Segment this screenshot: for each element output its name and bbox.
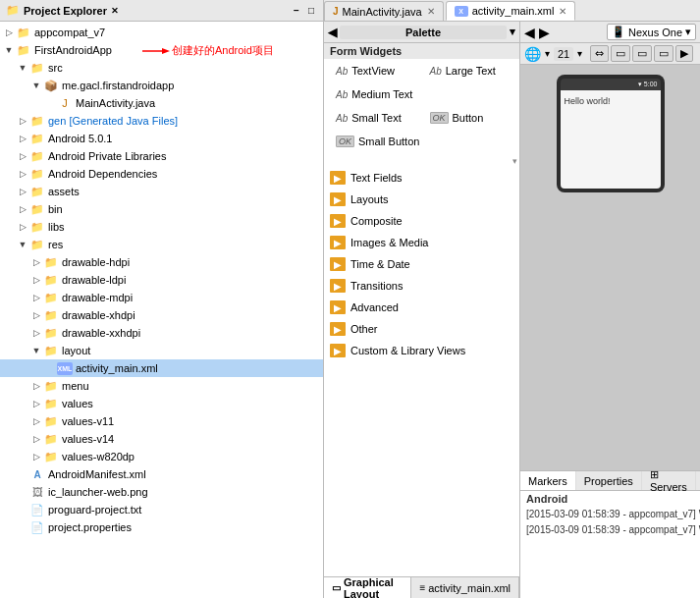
palette-dropdown-icon[interactable]: ▾ xyxy=(510,26,515,38)
palette-bottom-tab-xml[interactable]: ≡ activity_main.xml xyxy=(411,577,519,598)
tree-arrow-assets: ▷ xyxy=(16,187,29,196)
project-explorer-title: Project Explorer xyxy=(24,5,107,17)
tab-close-xml[interactable]: ✕ xyxy=(559,6,566,17)
bottom-tab-servers[interactable]: ⊞ Servers xyxy=(642,471,696,490)
tree-item-libs[interactable]: ▷ 📁 libs xyxy=(0,218,323,236)
folder-icon-libs: 📁 xyxy=(29,219,45,235)
tree-item-assets[interactable]: ▷ 📁 assets xyxy=(0,183,323,200)
version-dropdown[interactable]: ▾ xyxy=(577,48,582,59)
tree-item-bin[interactable]: ▷ 📁 bin xyxy=(0,200,323,218)
tree-item-package[interactable]: ▼ 📦 me.gacl.firstandroidapp xyxy=(0,77,323,94)
folder-icon-gen: 📁 xyxy=(29,113,45,129)
tab-mainactivity-java[interactable]: J MainActivity.java ✕ xyxy=(324,1,444,21)
palette-group-transitions[interactable]: ▶ Transitions xyxy=(324,275,519,297)
minimize-icon[interactable]: − xyxy=(291,4,302,17)
tree-item-drawable-hdpi[interactable]: ▷ 📁 drawable-hdpi xyxy=(0,253,323,271)
palette-item-button[interactable]: OK Button xyxy=(422,108,516,128)
tree-item-proguard[interactable]: 📄 proguard-project.txt xyxy=(0,501,323,518)
palette-item-textview[interactable]: Ab TextView xyxy=(328,61,422,81)
tree-item-appcompat[interactable]: ▷ 📁 appcompat_v7 xyxy=(0,24,323,41)
tree-item-mainactivity[interactable]: J MainActivity.java xyxy=(0,94,323,112)
tree-item-layout[interactable]: ▼ 📁 layout xyxy=(0,342,323,359)
tree-item-values-w820dp[interactable]: ▷ 📁 values-w820dp xyxy=(0,448,323,465)
tree-item-ic-launcher[interactable]: 🖼 ic_launcher-web.png xyxy=(0,483,323,501)
preview-back-btn[interactable]: ◀ xyxy=(524,25,535,40)
bottom-tab-datasource[interactable]: Data Source Explo... xyxy=(696,471,700,490)
layout-btn-landscape[interactable]: ▭ xyxy=(632,45,652,62)
tree-item-res[interactable]: ▼ 📁 res xyxy=(0,236,323,253)
phone-status-text: ▾ 5:00 xyxy=(638,81,658,88)
layout-btn-portrait[interactable]: ▭ xyxy=(611,45,630,62)
palette-group-custom[interactable]: ▶ Custom & Library Views xyxy=(324,340,519,361)
palette-group-advanced[interactable]: ▶ Advanced xyxy=(324,297,519,318)
folder-icon-bin: 📁 xyxy=(29,201,45,217)
tab-close-mainactivity[interactable]: ✕ xyxy=(427,6,435,17)
palette-item-mediumtext[interactable]: Ab Medium Text xyxy=(328,84,515,104)
preview-panel: ◀ ▶ 📱 Nexus One ▾ 🌐 ▾ 21 ▾ ⇔ xyxy=(520,22,700,598)
layout-btn-resize[interactable]: ⇔ xyxy=(590,45,609,62)
maximize-icon[interactable]: □ xyxy=(305,4,317,17)
palette-widget-row2: Ab Medium Text xyxy=(324,82,519,106)
tree-arrow-firstapp: ▼ xyxy=(2,45,16,55)
tree-item-project-props[interactable]: 📄 project.properties xyxy=(0,518,323,536)
tree-item-values-v11[interactable]: ▷ 📁 values-v11 xyxy=(0,412,323,430)
tree-item-menu[interactable]: ▷ 📁 menu xyxy=(0,377,323,395)
tree-item-values[interactable]: ▷ 📁 values xyxy=(0,395,323,412)
palette-group-composite[interactable]: ▶ Composite xyxy=(324,210,519,232)
palette-section-form-widgets-label: Form Widgets xyxy=(330,45,402,57)
tree-label-gen: gen [Generated Java Files] xyxy=(48,115,178,127)
folder-icon-values: 📁 xyxy=(43,396,59,411)
layout-btn-play[interactable]: ▶ xyxy=(675,45,693,62)
tree-label-ic-launcher: ic_launcher-web.png xyxy=(48,486,148,498)
tree-item-firstapp[interactable]: ▼ 📁 FirstAndroidApp xyxy=(0,41,323,59)
palette-group-images-media[interactable]: ▶ Images & Media xyxy=(324,232,519,253)
bottom-tab-markers[interactable]: Markers xyxy=(520,471,576,490)
palette-group-text-fields[interactable]: ▶ Text Fields xyxy=(324,167,519,189)
palette-group-time-date[interactable]: ▶ Time & Date xyxy=(324,253,519,275)
tree-item-android5[interactable]: ▷ 📁 Android 5.0.1 xyxy=(0,130,323,147)
palette-item-largetext[interactable]: Ab Large Text xyxy=(422,61,516,81)
preview-forward-btn[interactable]: ▶ xyxy=(539,25,550,40)
bottom-section-label: Android xyxy=(526,493,694,505)
tree-item-drawable-xxhdpi[interactable]: ▷ 📁 drawable-xxhdpi xyxy=(0,324,323,342)
tree-item-drawable-xhdpi[interactable]: ▷ 📁 drawable-xhdpi xyxy=(0,306,323,324)
tree-item-src[interactable]: ▼ 📁 src xyxy=(0,59,323,77)
folder-icon-hdpi: 📁 xyxy=(43,254,59,270)
tree-item-gen[interactable]: ▷ 📁 gen [Generated Java Files] xyxy=(0,112,323,130)
tree-label-androidmanifest: AndroidManifest.xml xyxy=(48,468,146,480)
globe-dropdown[interactable]: ▾ xyxy=(545,48,550,59)
layout-btn-extra[interactable]: ▭ xyxy=(654,45,673,62)
tree-label-private-libs: Android Private Libraries xyxy=(48,150,166,162)
tree-arrow-private: ▷ xyxy=(16,151,29,161)
tree-label-layout: layout xyxy=(62,345,90,356)
project-explorer-icon: 📁 xyxy=(6,4,20,17)
palette-nav-back[interactable]: ◀ xyxy=(328,26,337,39)
palette-section-form-widgets[interactable]: Form Widgets xyxy=(324,43,519,59)
palette-group-transitions-label: Transitions xyxy=(350,280,403,292)
tree-item-androidmanifest[interactable]: A AndroidManifest.xml xyxy=(0,465,323,483)
device-selector[interactable]: 📱 Nexus One ▾ xyxy=(607,24,696,40)
palette-group-layouts[interactable]: ▶ Layouts xyxy=(324,189,519,210)
palette-bottom-tab-graphical[interactable]: ▭ Graphical Layout xyxy=(324,577,411,598)
tree-item-values-v14[interactable]: ▷ 📁 values-v14 xyxy=(0,430,323,448)
tree-item-dependencies[interactable]: ▷ 📁 Android Dependencies xyxy=(0,165,323,183)
palette-widget-row4: OK Small Button xyxy=(324,130,519,153)
palette-item-small-button[interactable]: OK Small Button xyxy=(328,132,515,151)
xml-bottom-tab-icon: ≡ xyxy=(419,582,425,593)
java-tab-icon: J xyxy=(333,6,339,17)
tree-arrow-xxhdpi: ▷ xyxy=(29,328,43,338)
tab-activity-main-xml[interactable]: X activity_main.xml ✕ xyxy=(446,1,576,21)
bottom-tab-properties[interactable]: Properties xyxy=(576,471,642,490)
palette-item-smalltext[interactable]: Ab Small Text xyxy=(328,108,422,128)
text-fields-folder-icon: ▶ xyxy=(330,171,346,185)
tree-label-proguard: proguard-project.txt xyxy=(48,504,141,516)
tree-label-firstapp: FirstAndroidApp xyxy=(34,44,112,56)
palette-group-other[interactable]: ▶ Other xyxy=(324,318,519,340)
tree-item-drawable-ldpi[interactable]: ▷ 📁 drawable-ldpi xyxy=(0,271,323,289)
globe-icon[interactable]: 🌐 xyxy=(524,46,541,62)
file-icon-proguard: 📄 xyxy=(29,502,45,517)
tree-item-private-libs[interactable]: ▷ 📁 Android Private Libraries xyxy=(0,147,323,165)
tree-item-activity-main[interactable]: XML activity_main.xml xyxy=(0,359,323,377)
tree-item-drawable-mdpi[interactable]: ▷ 📁 drawable-mdpi xyxy=(0,289,323,306)
folder-icon-w820dp: 📁 xyxy=(43,449,59,464)
